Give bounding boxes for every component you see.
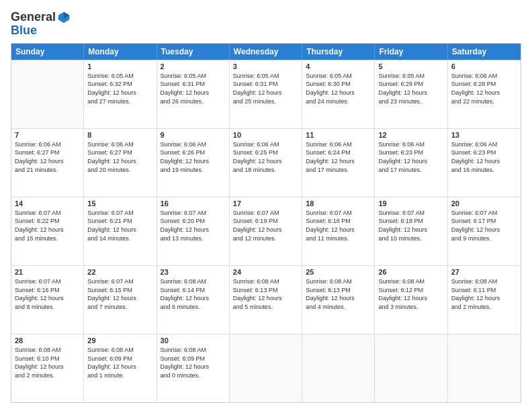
weekday-header-sunday: Sunday: [11, 44, 84, 60]
cell-info: Sunrise: 6:08 AMSunset: 6:12 PMDaylight:…: [378, 277, 443, 311]
calendar-cell-4-2: 30Sunrise: 6:08 AMSunset: 6:09 PMDayligh…: [157, 334, 230, 402]
calendar-cell-2-2: 16Sunrise: 6:07 AMSunset: 6:20 PMDayligh…: [157, 197, 230, 265]
day-number: 27: [451, 268, 517, 276]
cell-info: Sunrise: 6:07 AMSunset: 6:17 PMDaylight:…: [451, 209, 517, 242]
calendar-cell-0-2: 2Sunrise: 6:05 AMSunset: 6:31 PMDaylight…: [157, 60, 230, 128]
calendar-cell-3-2: 23Sunrise: 6:08 AMSunset: 6:14 PMDayligh…: [157, 266, 230, 334]
cell-info: Sunrise: 6:08 AMSunset: 6:09 PMDaylight:…: [87, 346, 152, 379]
calendar-cell-2-5: 19Sunrise: 6:07 AMSunset: 6:18 PMDayligh…: [375, 197, 447, 265]
calendar-cell-4-0: 28Sunrise: 6:08 AMSunset: 6:10 PMDayligh…: [11, 334, 84, 402]
cell-info: Sunrise: 6:07 AMSunset: 6:20 PMDaylight:…: [161, 209, 226, 242]
cell-info: Sunrise: 6:05 AMSunset: 6:29 PMDaylight:…: [378, 72, 443, 105]
day-number: 24: [233, 268, 298, 276]
calendar-cell-4-5: [375, 334, 447, 402]
calendar-cell-3-4: 25Sunrise: 6:08 AMSunset: 6:13 PMDayligh…: [302, 266, 375, 334]
calendar-cell-1-2: 9Sunrise: 6:06 AMSunset: 6:26 PMDaylight…: [157, 129, 230, 197]
weekday-header-thursday: Thursday: [302, 44, 375, 60]
calendar-row-2: 14Sunrise: 6:07 AMSunset: 6:22 PMDayligh…: [11, 197, 521, 265]
day-number: 20: [451, 199, 517, 208]
cell-info: Sunrise: 6:06 AMSunset: 6:27 PMDaylight:…: [15, 140, 80, 174]
calendar-row-1: 7Sunrise: 6:06 AMSunset: 6:27 PMDaylight…: [11, 128, 521, 197]
calendar-cell-0-6: 6Sunrise: 6:06 AMSunset: 6:28 PMDaylight…: [448, 60, 521, 128]
calendar-cell-4-1: 29Sunrise: 6:08 AMSunset: 6:09 PMDayligh…: [84, 334, 157, 402]
cell-info: Sunrise: 6:05 AMSunset: 6:31 PMDaylight:…: [161, 72, 226, 105]
calendar-cell-0-5: 5Sunrise: 6:05 AMSunset: 6:29 PMDaylight…: [375, 60, 447, 128]
cell-info: Sunrise: 6:07 AMSunset: 6:19 PMDaylight:…: [233, 209, 298, 242]
calendar-row-3: 21Sunrise: 6:07 AMSunset: 6:16 PMDayligh…: [11, 265, 521, 334]
calendar-cell-1-0: 7Sunrise: 6:06 AMSunset: 6:27 PMDaylight…: [11, 129, 84, 197]
calendar-body: 1Sunrise: 6:05 AMSunset: 6:32 PMDaylight…: [11, 60, 521, 402]
cell-info: Sunrise: 6:07 AMSunset: 6:16 PMDaylight:…: [15, 277, 80, 311]
calendar: SundayMondayTuesdayWednesdayThursdayFrid…: [11, 43, 521, 403]
day-number: 19: [378, 199, 443, 208]
calendar-cell-0-0: [11, 60, 84, 128]
day-number: 25: [306, 268, 371, 276]
calendar-cell-4-4: [302, 334, 375, 402]
weekday-header-monday: Monday: [84, 44, 157, 60]
cell-info: Sunrise: 6:08 AMSunset: 6:14 PMDaylight:…: [161, 277, 226, 311]
calendar-cell-3-6: 27Sunrise: 6:08 AMSunset: 6:11 PMDayligh…: [448, 266, 521, 334]
day-number: 1: [87, 62, 152, 71]
logo-text-general: General: [11, 11, 56, 24]
cell-info: Sunrise: 6:08 AMSunset: 6:13 PMDaylight:…: [233, 277, 298, 311]
calendar-cell-1-3: 10Sunrise: 6:06 AMSunset: 6:25 PMDayligh…: [230, 129, 302, 197]
day-number: 26: [378, 268, 443, 276]
calendar-header: SundayMondayTuesdayWednesdayThursdayFrid…: [11, 44, 521, 60]
header: General Blue: [11, 8, 521, 38]
calendar-row-0: 1Sunrise: 6:05 AMSunset: 6:32 PMDaylight…: [11, 60, 521, 128]
cell-info: Sunrise: 6:06 AMSunset: 6:23 PMDaylight:…: [451, 140, 517, 174]
weekday-header-friday: Friday: [375, 44, 447, 60]
calendar-cell-3-0: 21Sunrise: 6:07 AMSunset: 6:16 PMDayligh…: [11, 266, 84, 334]
calendar-cell-1-5: 12Sunrise: 6:06 AMSunset: 6:23 PMDayligh…: [375, 129, 447, 197]
cell-info: Sunrise: 6:06 AMSunset: 6:24 PMDaylight:…: [306, 140, 371, 174]
calendar-cell-3-1: 22Sunrise: 6:07 AMSunset: 6:15 PMDayligh…: [84, 266, 157, 334]
cell-info: Sunrise: 6:06 AMSunset: 6:27 PMDaylight:…: [87, 140, 152, 174]
day-number: 8: [87, 131, 152, 139]
cell-info: Sunrise: 6:07 AMSunset: 6:18 PMDaylight:…: [378, 209, 443, 242]
day-number: 16: [161, 199, 226, 208]
calendar-cell-4-6: [448, 334, 521, 402]
day-number: 9: [161, 131, 226, 139]
day-number: 22: [87, 268, 152, 276]
cell-info: Sunrise: 6:07 AMSunset: 6:21 PMDaylight:…: [87, 209, 152, 242]
page: General Blue SundayMondayTuesdayWednesda…: [0, 0, 532, 411]
cell-info: Sunrise: 6:05 AMSunset: 6:32 PMDaylight:…: [87, 72, 152, 105]
day-number: 12: [378, 131, 443, 139]
day-number: 28: [15, 336, 80, 345]
cell-info: Sunrise: 6:07 AMSunset: 6:22 PMDaylight:…: [15, 209, 80, 242]
cell-info: Sunrise: 6:07 AMSunset: 6:18 PMDaylight:…: [306, 209, 371, 242]
calendar-cell-3-3: 24Sunrise: 6:08 AMSunset: 6:13 PMDayligh…: [230, 266, 302, 334]
logo-icon: [57, 11, 71, 24]
cell-info: Sunrise: 6:05 AMSunset: 6:31 PMDaylight:…: [233, 72, 298, 105]
calendar-cell-3-5: 26Sunrise: 6:08 AMSunset: 6:12 PMDayligh…: [375, 266, 447, 334]
calendar-cell-0-1: 1Sunrise: 6:05 AMSunset: 6:32 PMDaylight…: [84, 60, 157, 128]
cell-info: Sunrise: 6:08 AMSunset: 6:09 PMDaylight:…: [161, 346, 226, 379]
calendar-cell-4-3: [230, 334, 302, 402]
calendar-cell-2-1: 15Sunrise: 6:07 AMSunset: 6:21 PMDayligh…: [84, 197, 157, 265]
day-number: 4: [306, 62, 371, 71]
day-number: 11: [306, 131, 371, 139]
day-number: 6: [451, 62, 517, 71]
day-number: 30: [161, 336, 226, 345]
calendar-row-4: 28Sunrise: 6:08 AMSunset: 6:10 PMDayligh…: [11, 334, 521, 402]
calendar-cell-2-3: 17Sunrise: 6:07 AMSunset: 6:19 PMDayligh…: [230, 197, 302, 265]
calendar-cell-0-4: 4Sunrise: 6:05 AMSunset: 6:30 PMDaylight…: [302, 60, 375, 128]
weekday-header-wednesday: Wednesday: [230, 44, 302, 60]
calendar-cell-2-0: 14Sunrise: 6:07 AMSunset: 6:22 PMDayligh…: [11, 197, 84, 265]
weekday-header-tuesday: Tuesday: [157, 44, 230, 60]
cell-info: Sunrise: 6:06 AMSunset: 6:23 PMDaylight:…: [378, 140, 443, 174]
day-number: 2: [161, 62, 226, 71]
cell-info: Sunrise: 6:06 AMSunset: 6:25 PMDaylight:…: [233, 140, 298, 174]
day-number: 29: [87, 336, 152, 345]
calendar-cell-1-1: 8Sunrise: 6:06 AMSunset: 6:27 PMDaylight…: [84, 129, 157, 197]
logo: General Blue: [11, 11, 71, 38]
day-number: 15: [87, 199, 152, 208]
calendar-cell-1-4: 11Sunrise: 6:06 AMSunset: 6:24 PMDayligh…: [302, 129, 375, 197]
day-number: 17: [233, 199, 298, 208]
cell-info: Sunrise: 6:08 AMSunset: 6:13 PMDaylight:…: [306, 277, 371, 311]
cell-info: Sunrise: 6:07 AMSunset: 6:15 PMDaylight:…: [87, 277, 152, 311]
cell-info: Sunrise: 6:08 AMSunset: 6:10 PMDaylight:…: [15, 346, 80, 379]
day-number: 21: [15, 268, 80, 276]
day-number: 13: [451, 131, 517, 139]
calendar-cell-0-3: 3Sunrise: 6:05 AMSunset: 6:31 PMDaylight…: [230, 60, 302, 128]
